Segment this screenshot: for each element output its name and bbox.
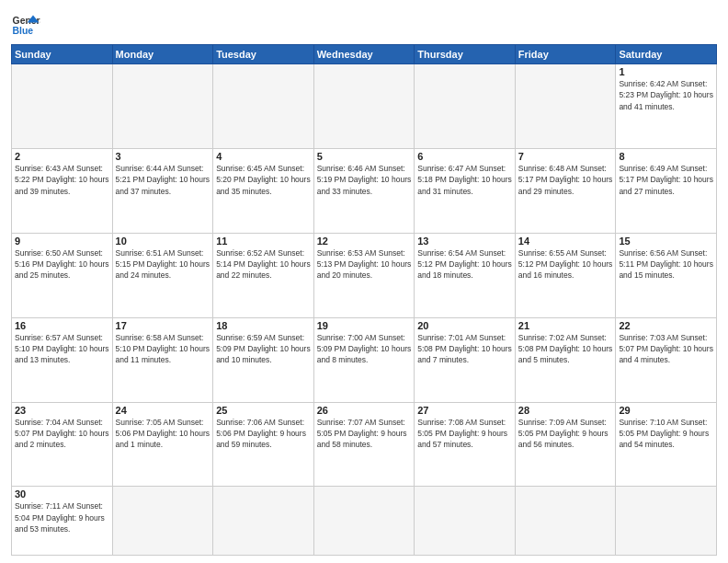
day-number: 11 xyxy=(216,236,311,247)
calendar-cell xyxy=(415,487,516,556)
day-info: Sunrise: 6:56 AM Sunset: 5:11 PM Dayligh… xyxy=(619,247,713,282)
day-info: Sunrise: 7:05 AM Sunset: 5:06 PM Dayligh… xyxy=(116,417,210,451)
col-header-saturday: Saturday xyxy=(616,45,717,64)
day-number: 29 xyxy=(619,405,713,416)
calendar-cell: 20Sunrise: 7:01 AM Sunset: 5:08 PM Dayli… xyxy=(415,317,516,402)
day-number: 24 xyxy=(116,405,210,416)
col-header-wednesday: Wednesday xyxy=(313,45,415,64)
col-header-thursday: Thursday xyxy=(415,45,516,64)
calendar-cell xyxy=(616,487,717,556)
calendar-cell xyxy=(112,64,213,149)
day-number: 14 xyxy=(518,236,613,247)
calendar-cell: 12Sunrise: 6:53 AM Sunset: 5:13 PM Dayli… xyxy=(313,233,415,317)
calendar-cell xyxy=(515,487,616,556)
day-info: Sunrise: 7:09 AM Sunset: 5:05 PM Dayligh… xyxy=(518,417,613,451)
day-info: Sunrise: 6:49 AM Sunset: 5:17 PM Dayligh… xyxy=(619,163,713,197)
day-number: 23 xyxy=(15,405,109,416)
day-number: 25 xyxy=(216,405,311,416)
day-number: 27 xyxy=(417,405,512,416)
day-info: Sunrise: 6:45 AM Sunset: 5:20 PM Dayligh… xyxy=(216,163,311,197)
day-info: Sunrise: 6:57 AM Sunset: 5:10 PM Dayligh… xyxy=(15,332,109,366)
day-info: Sunrise: 6:50 AM Sunset: 5:16 PM Dayligh… xyxy=(15,247,109,282)
day-number: 17 xyxy=(116,320,210,331)
day-info: Sunrise: 6:46 AM Sunset: 5:19 PM Dayligh… xyxy=(317,163,412,197)
day-number: 10 xyxy=(116,236,210,247)
day-info: Sunrise: 7:08 AM Sunset: 5:05 PM Dayligh… xyxy=(417,417,512,451)
col-header-friday: Friday xyxy=(515,45,616,64)
calendar-cell: 1Sunrise: 6:42 AM Sunset: 5:23 PM Daylig… xyxy=(616,64,717,149)
day-info: Sunrise: 7:03 AM Sunset: 5:07 PM Dayligh… xyxy=(619,332,713,366)
day-info: Sunrise: 6:43 AM Sunset: 5:22 PM Dayligh… xyxy=(15,163,109,197)
calendar-cell: 19Sunrise: 7:00 AM Sunset: 5:09 PM Dayli… xyxy=(313,317,415,402)
day-info: Sunrise: 6:48 AM Sunset: 5:17 PM Dayligh… xyxy=(518,163,613,197)
col-header-monday: Monday xyxy=(112,45,213,64)
calendar-cell: 29Sunrise: 7:10 AM Sunset: 5:05 PM Dayli… xyxy=(616,402,717,487)
calendar-cell: 22Sunrise: 7:03 AM Sunset: 5:07 PM Dayli… xyxy=(616,317,717,402)
day-info: Sunrise: 7:10 AM Sunset: 5:05 PM Dayligh… xyxy=(619,417,713,451)
calendar-cell: 8Sunrise: 6:49 AM Sunset: 5:17 PM Daylig… xyxy=(616,148,717,233)
logo-icon: General Blue xyxy=(11,9,40,39)
calendar-cell: 21Sunrise: 7:02 AM Sunset: 5:08 PM Dayli… xyxy=(515,317,616,402)
calendar-table: SundayMondayTuesdayWednesdayThursdayFrid… xyxy=(11,44,717,556)
logo: General Blue xyxy=(11,9,40,39)
day-number: 2 xyxy=(15,151,109,162)
day-info: Sunrise: 7:02 AM Sunset: 5:08 PM Dayligh… xyxy=(518,332,613,366)
day-number: 8 xyxy=(619,151,713,162)
day-info: Sunrise: 6:55 AM Sunset: 5:12 PM Dayligh… xyxy=(518,247,613,282)
calendar-cell: 25Sunrise: 7:06 AM Sunset: 5:06 PM Dayli… xyxy=(213,402,314,487)
day-info: Sunrise: 7:06 AM Sunset: 5:06 PM Dayligh… xyxy=(216,417,311,451)
calendar-cell: 15Sunrise: 6:56 AM Sunset: 5:11 PM Dayli… xyxy=(616,233,717,317)
calendar-week-row: 9Sunrise: 6:50 AM Sunset: 5:16 PM Daylig… xyxy=(12,233,717,317)
calendar-cell: 23Sunrise: 7:04 AM Sunset: 5:07 PM Dayli… xyxy=(12,402,113,487)
calendar-cell xyxy=(213,64,314,149)
calendar-cell: 16Sunrise: 6:57 AM Sunset: 5:10 PM Dayli… xyxy=(12,317,113,402)
day-info: Sunrise: 6:47 AM Sunset: 5:18 PM Dayligh… xyxy=(417,163,512,197)
calendar-cell: 14Sunrise: 6:55 AM Sunset: 5:12 PM Dayli… xyxy=(515,233,616,317)
day-info: Sunrise: 7:04 AM Sunset: 5:07 PM Dayligh… xyxy=(15,417,109,451)
day-number: 4 xyxy=(216,151,311,162)
day-number: 19 xyxy=(317,320,412,331)
calendar-header-row: SundayMondayTuesdayWednesdayThursdayFrid… xyxy=(12,45,717,64)
calendar-week-row: 30Sunrise: 7:11 AM Sunset: 5:04 PM Dayli… xyxy=(12,487,717,556)
calendar-cell: 26Sunrise: 7:07 AM Sunset: 5:05 PM Dayli… xyxy=(313,402,415,487)
day-info: Sunrise: 6:42 AM Sunset: 5:23 PM Dayligh… xyxy=(619,78,713,112)
day-number: 22 xyxy=(619,320,713,331)
calendar-cell xyxy=(112,487,213,556)
calendar-cell: 9Sunrise: 6:50 AM Sunset: 5:16 PM Daylig… xyxy=(12,233,113,317)
day-number: 9 xyxy=(15,236,109,247)
calendar-cell: 6Sunrise: 6:47 AM Sunset: 5:18 PM Daylig… xyxy=(415,148,516,233)
day-info: Sunrise: 6:44 AM Sunset: 5:21 PM Dayligh… xyxy=(116,163,210,197)
calendar-week-row: 23Sunrise: 7:04 AM Sunset: 5:07 PM Dayli… xyxy=(12,402,717,487)
col-header-sunday: Sunday xyxy=(12,45,113,64)
page: General Blue SundayMondayTuesdayWednesda… xyxy=(0,0,728,563)
calendar-cell xyxy=(415,64,516,149)
calendar-cell: 11Sunrise: 6:52 AM Sunset: 5:14 PM Dayli… xyxy=(213,233,314,317)
day-info: Sunrise: 6:51 AM Sunset: 5:15 PM Dayligh… xyxy=(116,247,210,282)
day-number: 18 xyxy=(216,320,311,331)
day-number: 3 xyxy=(116,151,210,162)
day-number: 6 xyxy=(417,151,512,162)
calendar-cell: 17Sunrise: 6:58 AM Sunset: 5:10 PM Dayli… xyxy=(112,317,213,402)
calendar-cell: 18Sunrise: 6:59 AM Sunset: 5:09 PM Dayli… xyxy=(213,317,314,402)
calendar-cell: 2Sunrise: 6:43 AM Sunset: 5:22 PM Daylig… xyxy=(12,148,113,233)
day-number: 15 xyxy=(619,236,713,247)
day-info: Sunrise: 6:52 AM Sunset: 5:14 PM Dayligh… xyxy=(216,247,311,282)
day-info: Sunrise: 7:00 AM Sunset: 5:09 PM Dayligh… xyxy=(317,332,412,366)
header: General Blue xyxy=(11,9,717,39)
calendar-cell: 24Sunrise: 7:05 AM Sunset: 5:06 PM Dayli… xyxy=(112,402,213,487)
calendar-cell xyxy=(213,487,314,556)
calendar-week-row: 1Sunrise: 6:42 AM Sunset: 5:23 PM Daylig… xyxy=(12,64,717,149)
calendar-cell xyxy=(313,487,415,556)
day-number: 26 xyxy=(317,405,412,416)
calendar-cell: 30Sunrise: 7:11 AM Sunset: 5:04 PM Dayli… xyxy=(12,487,113,556)
calendar-cell: 28Sunrise: 7:09 AM Sunset: 5:05 PM Dayli… xyxy=(515,402,616,487)
calendar-week-row: 2Sunrise: 6:43 AM Sunset: 5:22 PM Daylig… xyxy=(12,148,717,233)
day-number: 21 xyxy=(518,320,613,331)
day-info: Sunrise: 6:53 AM Sunset: 5:13 PM Dayligh… xyxy=(317,247,412,282)
day-number: 12 xyxy=(317,236,412,247)
day-number: 28 xyxy=(518,405,613,416)
day-info: Sunrise: 7:11 AM Sunset: 5:04 PM Dayligh… xyxy=(15,500,109,534)
calendar-cell: 7Sunrise: 6:48 AM Sunset: 5:17 PM Daylig… xyxy=(515,148,616,233)
calendar-cell: 3Sunrise: 6:44 AM Sunset: 5:21 PM Daylig… xyxy=(112,148,213,233)
day-number: 7 xyxy=(518,151,613,162)
